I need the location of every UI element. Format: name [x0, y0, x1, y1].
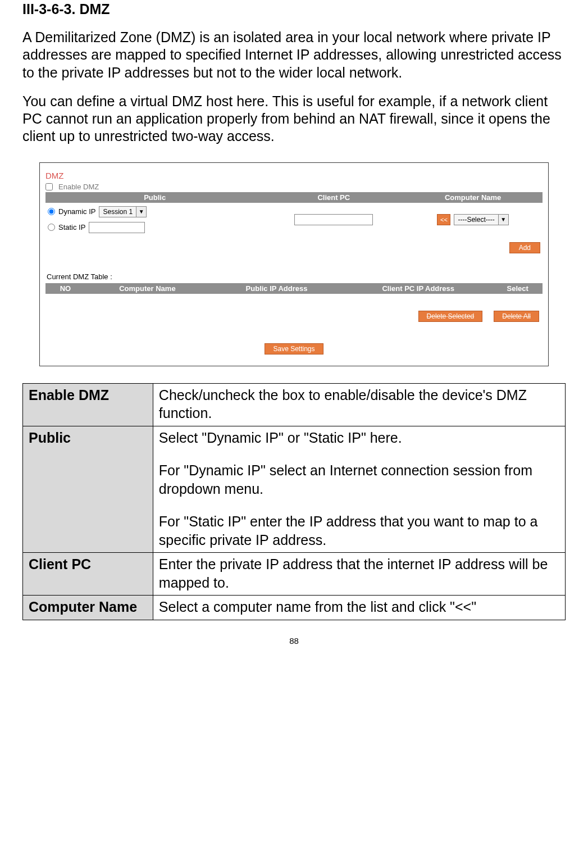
- add-button[interactable]: Add: [509, 242, 540, 253]
- session-select[interactable]: Session 1 ▼: [99, 206, 147, 217]
- header2-public-ip: Public IP Address: [209, 283, 344, 294]
- dynamic-ip-radio[interactable]: [48, 208, 55, 215]
- static-ip-radio[interactable]: [48, 224, 55, 231]
- dmz-config-screenshot: DMZ Enable DMZ Public Client PC Computer…: [39, 162, 549, 366]
- static-ip-label: Static IP: [58, 223, 85, 231]
- client-pc-input[interactable]: [294, 214, 373, 225]
- desc-val-p3: For "Static IP" enter the IP address tha…: [159, 512, 560, 549]
- desc-key: Computer Name: [23, 596, 153, 620]
- computer-name-select[interactable]: ----Select---- ▼: [454, 214, 508, 225]
- computer-name-selected-value: ----Select----: [454, 216, 498, 224]
- desc-val: Check/uncheck the box to enable/disable …: [153, 383, 565, 426]
- delete-selected-button[interactable]: Delete Selected: [418, 311, 483, 322]
- desc-val-p1: Select "Dynamic IP" or "Static IP" here.: [159, 429, 560, 447]
- columns-header: Public Client PC Computer Name: [45, 192, 543, 203]
- intro-paragraph-2: You can define a virtual DMZ host here. …: [22, 93, 566, 146]
- header2-computer-name: Computer Name: [85, 283, 209, 294]
- table-row: Client PC Enter the private IP address t…: [23, 553, 566, 596]
- desc-val: Select "Dynamic IP" or "Static IP" here.…: [153, 426, 565, 553]
- header2-select: Select: [493, 283, 543, 294]
- desc-val: Enter the private IP address that the in…: [153, 553, 565, 596]
- table-row: Enable DMZ Check/uncheck the box to enab…: [23, 383, 566, 426]
- desc-val-p2: For "Dynamic IP" select an Internet conn…: [159, 461, 560, 498]
- assign-button[interactable]: <<: [437, 214, 450, 225]
- session-selected-value: Session 1: [99, 208, 136, 216]
- section-heading: III-3-6-3. DMZ: [22, 0, 566, 17]
- table-row: Computer Name Select a computer name fro…: [23, 596, 566, 620]
- dynamic-ip-label: Dynamic IP: [58, 207, 95, 216]
- chevron-down-icon: ▼: [498, 215, 508, 225]
- description-table: Enable DMZ Check/uncheck the box to enab…: [22, 383, 566, 620]
- panel-title: DMZ: [45, 171, 543, 180]
- enable-dmz-checkbox[interactable]: [45, 183, 53, 190]
- desc-key: Client PC: [23, 553, 153, 596]
- header-computer-name: Computer Name: [403, 192, 543, 203]
- header2-client-ip: Client PC IP Address: [344, 283, 493, 294]
- desc-key: Enable DMZ: [23, 383, 153, 426]
- header2-no: NO: [45, 283, 85, 294]
- chevron-down-icon: ▼: [136, 207, 146, 217]
- intro-paragraph-1: A Demilitarized Zone (DMZ) is an isolate…: [22, 29, 566, 81]
- header-client-pc: Client PC: [264, 192, 403, 203]
- desc-val: Select a computer name from the list and…: [153, 596, 565, 620]
- enable-dmz-label: Enable DMZ: [58, 183, 99, 191]
- header-public: Public: [45, 192, 264, 203]
- save-settings-button[interactable]: Save Settings: [265, 343, 323, 355]
- dmz-table-header: NO Computer Name Public IP Address Clien…: [45, 283, 543, 294]
- current-table-label: Current DMZ Table :: [47, 272, 543, 281]
- delete-all-button[interactable]: Delete All: [494, 311, 539, 322]
- table-row: Public Select "Dynamic IP" or "Static IP…: [23, 426, 566, 553]
- desc-key: Public: [23, 426, 153, 553]
- page-number: 88: [22, 636, 566, 646]
- static-ip-input[interactable]: [89, 222, 145, 233]
